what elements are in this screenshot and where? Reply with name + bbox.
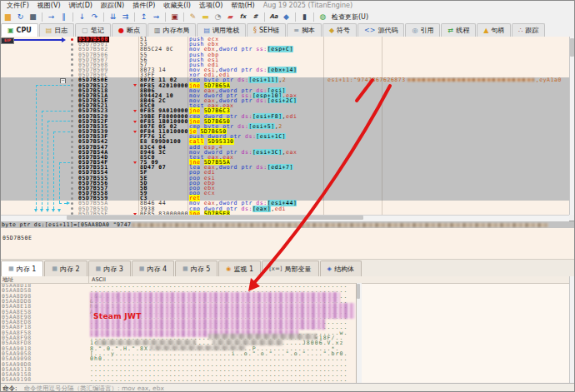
breakpoint-dot[interactable] xyxy=(71,171,73,174)
highlight-fx-icon[interactable]: fx xyxy=(238,12,248,22)
dump-tab-7[interactable]: [x=]局部变量 xyxy=(262,261,318,276)
breakpoint-dot[interactable] xyxy=(71,202,73,205)
menu-item[interactable]: 插件(P) xyxy=(128,1,159,10)
breakpoint-dot[interactable] xyxy=(71,84,73,87)
breakpoint-dot[interactable] xyxy=(71,100,73,102)
animate-over-icon[interactable]: ⇉ xyxy=(120,12,131,22)
breakpoint-dot[interactable] xyxy=(71,161,73,164)
menu-item[interactable]: 调试(D) xyxy=(65,1,97,10)
dump-tab-2[interactable]: ▦内存 2 xyxy=(44,261,87,276)
breakpoint-dot[interactable] xyxy=(71,63,73,66)
dump-tab-5[interactable]: ▦内存 5 xyxy=(175,261,218,276)
breakpoint-dot[interactable] xyxy=(71,197,73,200)
dump-tab-8[interactable]: ◈结构体 xyxy=(320,261,362,276)
tab-call-stack[interactable]: ▤调用堆栈 xyxy=(197,23,246,37)
dump-tab-3[interactable]: ▦内存 3 xyxy=(88,261,131,276)
disasm-vertical-scrollbar[interactable] xyxy=(569,37,575,215)
check-update-label[interactable]: 检查更新(U) xyxy=(332,12,368,22)
menu-item[interactable]: 跟踪(N) xyxy=(97,1,128,10)
breakpoint-dot[interactable] xyxy=(71,53,73,56)
dump-header: 地址 ASCII xyxy=(0,275,575,284)
pause-icon[interactable]: ∥ xyxy=(58,12,69,22)
breakpoint-dot[interactable] xyxy=(71,166,73,169)
breakpoint-dot[interactable] xyxy=(71,151,73,153)
command-input[interactable] xyxy=(22,384,575,392)
step-over-icon[interactable]: ↷ xyxy=(89,12,100,22)
breakpoint-dot[interactable] xyxy=(71,110,73,112)
breakpoint-dot[interactable] xyxy=(71,131,73,133)
dump-tab-6[interactable]: ◉监视 1 xyxy=(218,261,261,276)
breakpoint-dot[interactable] xyxy=(71,48,73,51)
graph-icon[interactable]: ◆ xyxy=(281,12,292,22)
menu-item[interactable]: 选项(O) xyxy=(195,1,228,10)
menu-item[interactable]: 视图(V) xyxy=(33,1,65,10)
disasm-hscroll-thumb[interactable] xyxy=(67,216,363,220)
disasm-vscroll-thumb[interactable] xyxy=(570,38,574,57)
menu-item[interactable]: 收藏夹(I) xyxy=(159,1,195,10)
breakpoint-dot[interactable] xyxy=(71,136,73,138)
tab-handles[interactable]: ▲句柄 xyxy=(477,23,511,37)
breakpoint-dot[interactable] xyxy=(71,38,73,41)
run-icon[interactable]: → xyxy=(46,12,57,22)
menu-item[interactable]: 帮助(H) xyxy=(227,1,258,10)
tab-references[interactable]: ◎引用 xyxy=(405,23,440,37)
breakpoint-dot[interactable] xyxy=(71,94,73,97)
tab-script[interactable]: ≡脚本 xyxy=(287,23,322,37)
execute-till-return-icon[interactable]: ↥ xyxy=(138,12,149,22)
tab-breakpoints[interactable]: ●断点 xyxy=(112,23,147,37)
breakpoint-dot[interactable] xyxy=(71,207,73,210)
dump-row[interactable]: 05AA9198................................… xyxy=(0,377,356,382)
breakpoint-dot[interactable] xyxy=(71,89,73,92)
hide-debugger-icon[interactable]: ▣ xyxy=(169,12,180,22)
redacted-data-blur xyxy=(96,340,196,345)
tab-source[interactable]: <>源代码 xyxy=(358,23,404,37)
open-file-icon[interactable]: ▆ xyxy=(2,12,13,22)
hash-icon[interactable]: # xyxy=(250,12,261,22)
tab-symbols[interactable]: ◆符号 xyxy=(322,23,357,37)
tab-memory-map[interactable]: ▥内存布局 xyxy=(148,23,197,37)
update-icon[interactable]: ◍ xyxy=(318,12,328,22)
dump-tab-1[interactable]: ▦内存 1 xyxy=(1,261,43,276)
step-into-icon[interactable]: ↓ xyxy=(77,12,88,22)
breakpoint-dot[interactable] xyxy=(71,141,73,143)
breakpoint-dot[interactable] xyxy=(71,79,73,82)
menu-item[interactable]: 文件(F) xyxy=(2,1,33,10)
breakpoint-dot[interactable] xyxy=(71,192,73,195)
restart-icon[interactable]: ↻ xyxy=(15,12,26,22)
dump-tab-4[interactable]: ▦内存 4 xyxy=(132,261,174,276)
dump-vscroll-thumb[interactable] xyxy=(357,284,360,299)
breakpoint-dot[interactable] xyxy=(71,74,73,77)
run-to-user-code-icon[interactable]: ⇝ xyxy=(151,12,162,22)
strings-icon[interactable]: Aa xyxy=(268,12,279,22)
stack-pane[interactable] xyxy=(361,283,570,383)
tab-threads[interactable]: ⇄线程 xyxy=(441,23,476,37)
stop-icon[interactable]: ■ xyxy=(28,12,38,22)
memory-icon[interactable]: ▮ xyxy=(299,12,310,22)
breakpoint-dot[interactable] xyxy=(71,115,73,117)
assemble-pencil-icon[interactable]: ✎ xyxy=(188,12,198,22)
breakpoint-dot[interactable] xyxy=(71,58,73,61)
tab-notes[interactable]: ▢笔记 xyxy=(75,23,111,37)
breakpoint-dot[interactable] xyxy=(71,156,73,159)
breakpoint-dot[interactable] xyxy=(71,125,73,127)
dock-vertical-scrollbar[interactable] xyxy=(569,275,575,383)
breakpoint-dot[interactable] xyxy=(71,43,73,46)
eraser-icon[interactable]: ▰ xyxy=(225,12,236,22)
toolbar-separator xyxy=(42,12,42,22)
breakpoint-dot[interactable] xyxy=(71,69,73,72)
tab-trace[interactable]: ∴跟踪 xyxy=(512,23,545,37)
animate-into-icon[interactable]: ⇊ xyxy=(108,12,118,22)
disassembly-pane[interactable]: EIP 05D7B50051push ecx05D7B50153push ebx… xyxy=(0,37,569,215)
tab-cpu[interactable]: ▣CPU xyxy=(1,23,38,37)
breakpoint-dot[interactable] xyxy=(71,146,73,148)
tab-seh-chain[interactable]: §SEH链 xyxy=(247,23,286,37)
favourites-icon[interactable]: ◔ xyxy=(212,12,223,22)
tab-log[interactable]: ▤日志 xyxy=(39,23,75,37)
breakpoint-dot[interactable] xyxy=(71,181,73,184)
breakpoint-dot[interactable] xyxy=(71,120,73,122)
breakpoint-dot[interactable] xyxy=(71,176,73,179)
jump-line xyxy=(36,85,70,86)
breakpoint-dot[interactable] xyxy=(71,187,73,190)
patch-icon[interactable]: ▬ xyxy=(200,12,211,22)
breakpoint-dot[interactable] xyxy=(71,105,73,107)
